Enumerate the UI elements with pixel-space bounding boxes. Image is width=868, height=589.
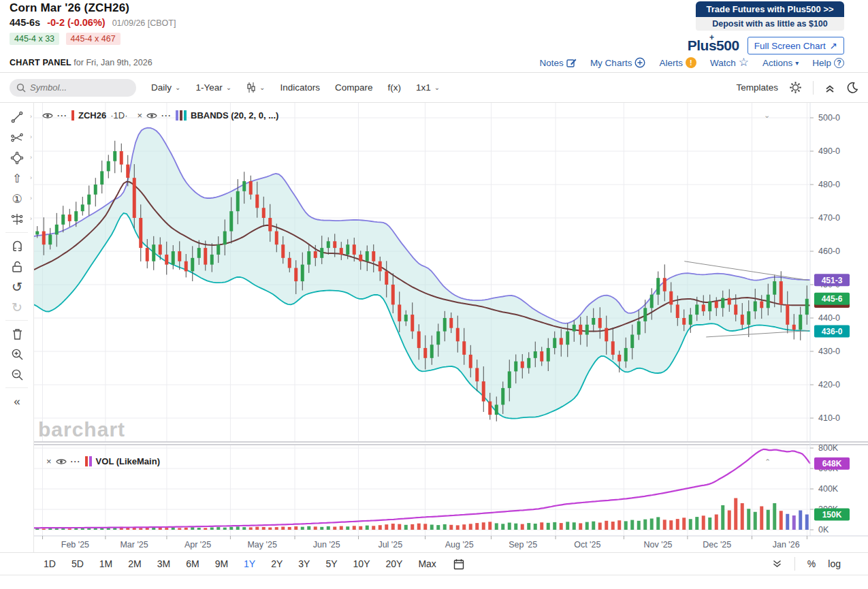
range-button-2m[interactable]: 2M [128, 558, 141, 569]
range-button-9m[interactable]: 9M [215, 558, 228, 569]
svg-text:800K: 800K [818, 443, 839, 453]
symbol-search-input[interactable] [30, 82, 125, 93]
full-screen-chart-button[interactable]: Full Screen Chart↗ [748, 37, 844, 54]
volume-eye-icon[interactable] [56, 458, 67, 466]
visibility-eye-icon[interactable] [42, 112, 53, 120]
templates-button[interactable]: Templates [736, 82, 778, 93]
tool-expand-chevron[interactable]: › [30, 133, 32, 140]
svg-text:460-0: 460-0 [818, 246, 840, 256]
series-more-icon[interactable]: ··· [57, 111, 67, 121]
help-link[interactable]: Help ? [812, 58, 844, 68]
zoom-in-button[interactable] [0, 344, 34, 364]
trade-futures-button[interactable]: Trade Futures with Plus500 >> [696, 1, 844, 17]
range-button-1y[interactable]: 1Y [244, 558, 255, 569]
my-charts-link[interactable]: My Charts [590, 57, 646, 68]
zoom-out-button[interactable] [0, 364, 34, 385]
alert-warning-icon: ! [686, 57, 696, 68]
log-scale-button[interactable]: log [828, 558, 841, 569]
range-button-3m[interactable]: 3M [157, 558, 170, 569]
grid-layout-dropdown[interactable]: 1x1⌄ [416, 82, 440, 93]
svg-text:436-0: 436-0 [822, 327, 843, 336]
svg-text:Apr '25: Apr '25 [184, 540, 211, 550]
range-button-5d[interactable]: 5D [71, 558, 84, 569]
tool-expand-chevron[interactable]: › [30, 215, 32, 222]
magnet-tool[interactable] [0, 236, 34, 256]
indicator-label: BBANDS (20, 2, 0, ...) [191, 110, 278, 121]
deposit-button[interactable]: Deposit with as little as $100 [696, 17, 844, 31]
indicator-more-icon[interactable]: ··· [161, 111, 172, 121]
svg-text:445-6: 445-6 [822, 294, 843, 304]
drawing-tool-rail: › › › ⇧ › ① › › [0, 103, 34, 552]
price-volume-chart[interactable]: barchart500-0490-0480-0470-0460-0450-044… [34, 103, 868, 552]
price-pane-collapse-chevron[interactable]: ⌄ [764, 111, 770, 120]
dark-mode-moon-icon[interactable] [846, 82, 858, 94]
multi-line-tool[interactable]: › [0, 127, 34, 148]
tool-expand-chevron[interactable]: › [30, 113, 32, 120]
redo-button[interactable]: ↻ [0, 297, 34, 317]
range-button-1d[interactable]: 1D [44, 558, 56, 569]
candlestick-chart-icon [246, 82, 256, 93]
svg-text:Nov '25: Nov '25 [644, 540, 673, 550]
redo-icon: ↻ [12, 301, 22, 314]
compare-button[interactable]: Compare [335, 82, 373, 93]
annotation-tool[interactable]: ① › [0, 189, 34, 209]
range-button-6m[interactable]: 6M [186, 558, 199, 569]
symbol-header: Corn Mar '26 (ZCH26) 445-6s -0-2 (-0.06%… [10, 1, 176, 45]
expand-ranges-chevron[interactable] [772, 559, 782, 569]
range-button-20y[interactable]: 20Y [386, 558, 403, 569]
add-circle-icon [634, 57, 645, 68]
arrow-marker-tool[interactable]: ⇧ › [0, 168, 34, 189]
svg-text:Aug '25: Aug '25 [445, 540, 474, 550]
collapse-toolbar-icon[interactable] [824, 82, 835, 93]
plus500-logo: Plus+500 [688, 37, 739, 54]
volume-bars [35, 498, 809, 530]
measure-tool[interactable]: › [0, 209, 34, 229]
star-icon: ☆ [739, 58, 749, 67]
chart-type-dropdown[interactable]: ⌄ [246, 82, 265, 93]
svg-text:Feb '25: Feb '25 [61, 540, 89, 550]
page-title: Corn Mar '26 (ZCH26) [10, 1, 176, 15]
range-button-5y[interactable]: 5Y [325, 558, 337, 569]
undo-button[interactable]: ↺ [0, 276, 34, 297]
fx-button[interactable]: f(x) [388, 82, 402, 93]
collapse-left-icon: « [14, 396, 20, 407]
delete-drawings-button[interactable] [0, 323, 34, 344]
barchart-chart-page: Corn Mar '26 (ZCH26) 445-6s -0-2 (-0.06%… [0, 0, 868, 589]
indicator-eye-icon[interactable] [146, 112, 157, 120]
watch-link[interactable]: Watch ☆ [710, 58, 749, 68]
tool-expand-chevron[interactable]: › [30, 195, 32, 202]
bbands-indicator [34, 128, 810, 419]
svg-text:420-0: 420-0 [818, 380, 840, 389]
alerts-link[interactable]: Alerts ! [659, 57, 696, 68]
tool-expand-chevron[interactable]: › [30, 154, 32, 161]
range-button-3y[interactable]: 3Y [298, 558, 310, 569]
volume-close-icon[interactable]: × [46, 456, 52, 466]
settings-gear-icon[interactable] [789, 81, 802, 94]
trendline-tool[interactable]: › [0, 107, 34, 127]
volume-more-icon[interactable]: ··· [71, 457, 81, 466]
shapes-tool[interactable]: › [0, 148, 34, 168]
calendar-icon[interactable] [453, 558, 464, 570]
svg-text:430-0: 430-0 [818, 347, 840, 356]
tool-expand-chevron[interactable]: › [30, 174, 32, 181]
range-button-1m[interactable]: 1M [99, 558, 112, 569]
price-change: -0-2 (-0.06%) [47, 17, 105, 28]
actions-link[interactable]: Actions ▾ [762, 58, 799, 68]
notes-link[interactable]: Notes [540, 58, 577, 68]
range-dropdown[interactable]: 1-Year⌄ [195, 82, 231, 93]
chevron-down-icon: ⌄ [259, 84, 265, 91]
svg-text:Oct '25: Oct '25 [574, 540, 600, 550]
range-button-max[interactable]: Max [418, 558, 436, 569]
range-button-2y[interactable]: 2Y [271, 558, 283, 569]
indicator-close-icon[interactable]: × [137, 110, 142, 121]
volume-legend: × ··· VOL (LikeMain) [46, 456, 160, 466]
range-button-10y[interactable]: 10Y [353, 558, 370, 569]
volume-pane-expand-chevron[interactable]: ⌃ [765, 458, 771, 466]
collapse-rail-button[interactable]: « [0, 391, 34, 411]
percent-scale-button[interactable]: % [807, 558, 816, 569]
ranges-divider [794, 557, 795, 571]
period-dropdown[interactable]: Daily⌄ [151, 82, 180, 93]
lock-unlocked-tool[interactable] [0, 256, 34, 276]
symbol-search[interactable] [10, 79, 136, 97]
indicators-button[interactable]: Indicators [280, 82, 320, 93]
